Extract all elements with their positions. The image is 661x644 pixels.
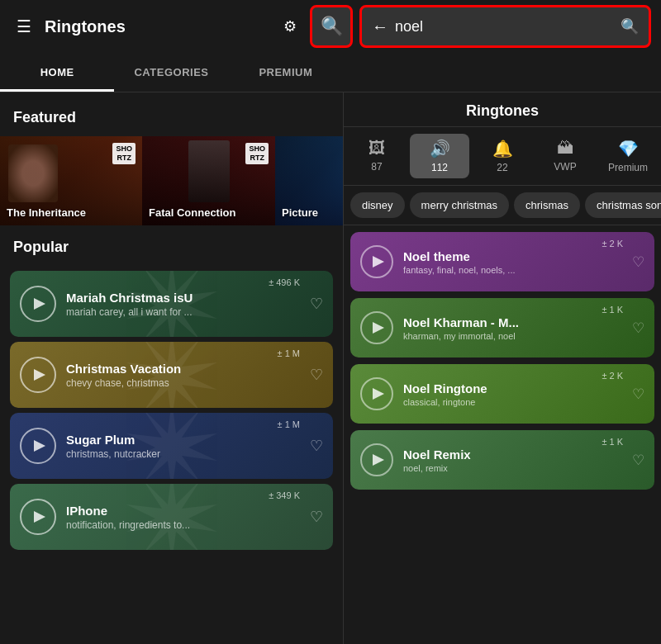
song-count-2: ± 1 M (278, 348, 300, 358)
song-name-1: Mariah Christmas isU (66, 291, 300, 305)
result-play-4[interactable] (360, 443, 393, 476)
search-button[interactable]: 🔍 (310, 5, 353, 48)
right-panel: Ringtones 🖼 87 🔊 112 🔔 22 🏔 VWP 💎 Premiu… (343, 92, 661, 644)
result-info-1: Noel theme fantasy, final, noel, noels, … (403, 249, 622, 275)
featured-label-1: The Inheritance (7, 206, 86, 219)
song-info-4: IPhone notification, ringredients to... (66, 504, 300, 531)
back-icon[interactable]: ← (372, 17, 388, 36)
tag-disney[interactable]: disney (350, 192, 405, 218)
search-submit-icon[interactable]: 🔍 (621, 17, 639, 36)
tag-merry-christmas[interactable]: merry christmas (410, 192, 509, 218)
result-card-3[interactable]: Noel Ringtone classical, ringtone ± 2 K … (350, 364, 654, 424)
tab-premium[interactable]: PREMIUM (229, 53, 343, 92)
filter-vwp[interactable]: 🏔 VWP (535, 134, 595, 178)
filter-count-5: Premium (608, 162, 648, 173)
heart-icon-4[interactable]: ♡ (310, 508, 323, 526)
heart-icon-3[interactable]: ♡ (310, 437, 323, 455)
result-card-1[interactable]: Noel theme fantasy, final, noel, noels, … (350, 232, 654, 291)
filter-icon[interactable]: ⚙ (277, 11, 303, 42)
result-name-2: Noel Kharman - M... (403, 315, 622, 329)
result-card-2[interactable]: Noel Kharman - M... kharman, my immortal… (350, 298, 654, 358)
tag-chrismas[interactable]: chrismas (514, 192, 580, 218)
tag-pills: disney merry christmas chrismas christma… (344, 186, 661, 225)
popular-title: Popular (0, 232, 343, 266)
featured-label-2: Fatal Connection (149, 206, 235, 219)
featured-item-1[interactable]: SHORTZ The Inheritance (0, 136, 142, 225)
result-tags-3: classical, ringtone (403, 397, 622, 407)
song-tags-4: notification, ringredients to... (66, 519, 300, 531)
result-card-4[interactable]: Noel Remix noel, remix ± 1 K ♡ (350, 430, 654, 490)
result-play-3[interactable] (360, 377, 393, 410)
main-layout: Featured SHORTZ The Inheritance SHORTZ F… (0, 92, 661, 644)
result-heart-1[interactable]: ♡ (632, 253, 644, 271)
result-count-1: ± 2 K (602, 239, 623, 249)
shortz-badge-1: SHORTZ (112, 143, 136, 164)
result-info-3: Noel Ringtone classical, ringtone (403, 381, 622, 407)
song-tags-2: chevy chase, christmas (66, 377, 300, 389)
featured-item-3[interactable]: Picture (275, 136, 343, 225)
heart-icon-1[interactable]: ♡ (310, 295, 323, 313)
tab-categories[interactable]: CATEGORIES (114, 53, 228, 92)
song-card-2[interactable]: Christmas Vacation chevy chase, christma… (10, 342, 333, 408)
play-button-3[interactable] (20, 428, 56, 464)
result-play-1[interactable] (360, 245, 393, 278)
heart-icon-2[interactable]: ♡ (310, 366, 323, 384)
song-count-3: ± 1 M (278, 419, 300, 429)
search-input[interactable] (395, 18, 614, 36)
result-count-2: ± 1 K (602, 305, 623, 315)
filter-audio[interactable]: 🔊 112 (410, 134, 469, 178)
filter-count-2: 112 (431, 162, 448, 173)
song-card-1[interactable]: Mariah Christmas isU mariah carey, all i… (10, 271, 333, 337)
shortz-badge-2: SHORTZ (245, 143, 269, 164)
featured-carousel: SHORTZ The Inheritance SHORTZ Fatal Conn… (0, 136, 343, 225)
popular-section: Popular Mariah Christmas isU mariah care… (0, 225, 343, 561)
diamond-icon: 💎 (618, 139, 639, 159)
song-tags-1: mariah carey, all i want for ... (66, 306, 300, 318)
menu-icon[interactable]: ☰ (10, 10, 38, 43)
song-name-3: Sugar Plum (66, 433, 300, 447)
result-play-2[interactable] (360, 311, 393, 344)
filter-notification[interactable]: 🔔 22 (473, 134, 532, 178)
result-heart-3[interactable]: ♡ (632, 386, 644, 403)
result-name-4: Noel Remix (403, 447, 622, 462)
song-info-3: Sugar Plum christmas, nutcracker (66, 433, 300, 460)
featured-item-2[interactable]: SHORTZ Fatal Connection (142, 136, 275, 225)
app-title: Ringtones (45, 17, 270, 36)
search-bar[interactable]: ← 🔍 (359, 5, 651, 48)
result-name-3: Noel Ringtone (403, 381, 622, 395)
nav-tabs: HOME CATEGORIES PREMIUM (0, 53, 343, 92)
filter-count-3: 22 (497, 162, 507, 173)
result-info-2: Noel Kharman - M... kharman, my immortal… (403, 315, 622, 341)
filter-count-4: VWP (554, 161, 576, 173)
song-card-3[interactable]: Sugar Plum christmas, nutcracker ± 1 M ♡ (10, 413, 333, 479)
song-name-2: Christmas Vacation (66, 362, 300, 376)
search-results-header: Ringtones (344, 92, 661, 127)
left-panel: Featured SHORTZ The Inheritance SHORTZ F… (0, 92, 343, 644)
song-info-1: Mariah Christmas isU mariah carey, all i… (66, 291, 300, 318)
image-icon: 🖼 (369, 139, 385, 158)
result-count-4: ± 1 K (602, 437, 623, 447)
play-button-1[interactable] (20, 286, 56, 322)
play-button-2[interactable] (20, 357, 56, 393)
song-count-1: ± 496 K (269, 277, 300, 287)
play-button-4[interactable] (20, 499, 56, 535)
filter-premium[interactable]: 💎 Premium (598, 134, 658, 178)
filter-count-1: 87 (371, 161, 382, 173)
song-card-4[interactable]: IPhone notification, ringredients to... … (10, 484, 333, 550)
song-tags-3: christmas, nutcracker (66, 448, 300, 460)
result-heart-4[interactable]: ♡ (632, 452, 644, 469)
filter-row: 🖼 87 🔊 112 🔔 22 🏔 VWP 💎 Premium (344, 127, 661, 186)
result-heart-2[interactable]: ♡ (632, 320, 644, 337)
song-name-4: IPhone (66, 504, 300, 518)
tag-christmas-songs[interactable]: christmas songs (585, 192, 661, 218)
filter-image[interactable]: 🖼 87 (347, 134, 407, 178)
featured-label-3: Picture (282, 206, 318, 219)
tab-home[interactable]: HOME (0, 53, 114, 92)
result-name-1: Noel theme (403, 249, 622, 263)
result-tags-1: fantasy, final, noel, noels, ... (403, 265, 622, 275)
search-icon: 🔍 (321, 16, 343, 37)
result-info-4: Noel Remix noel, remix (403, 447, 622, 473)
landscape-icon: 🏔 (557, 139, 573, 158)
result-tags-2: kharman, my immortal, noel (403, 331, 622, 341)
song-info-2: Christmas Vacation chevy chase, christma… (66, 362, 300, 389)
